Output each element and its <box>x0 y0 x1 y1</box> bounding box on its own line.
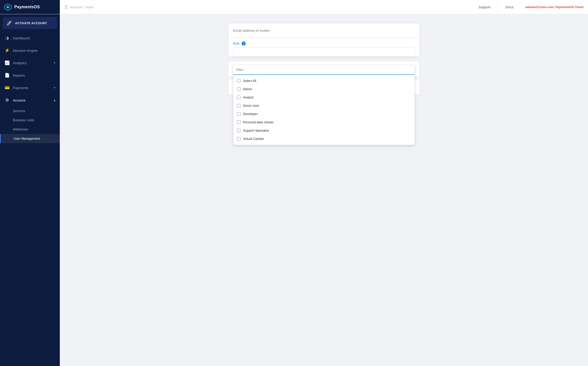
top-nav: PaymentsOS ☰ Account / team Support Docs… <box>0 0 588 14</box>
dropdown-option-virtual-cashier[interactable]: Virtual Cashier <box>233 135 415 143</box>
breadcrumb-separator: / <box>84 5 85 9</box>
checkbox-admin[interactable] <box>237 87 241 91</box>
account-submenu: Services Business Units Webhooks User Ma… <box>0 106 60 143</box>
option-label: Analyst <box>243 96 253 99</box>
role-dropdown: Select All Admin Analyst Demo User <box>233 65 415 145</box>
app-name: PaymentsOS <box>14 5 40 9</box>
chart-icon: 📈 <box>5 60 10 65</box>
role-label: Role ? <box>233 41 415 46</box>
user-account[interactable]: PaymentsOS-Travel <box>555 5 583 9</box>
sidebar-item-label: Account <box>13 98 25 102</box>
checkbox-demo-user[interactable] <box>237 104 241 107</box>
checkbox-virtual-cashier[interactable] <box>237 137 241 141</box>
top-nav-right: Support Docs adeelavi@zooz.com, Payments… <box>471 0 588 14</box>
role-select-box[interactable] <box>233 47 415 57</box>
option-label: Select All <box>243 79 256 83</box>
sidebar-item-label: Decision Engine <box>13 49 38 53</box>
filter-wrapper <box>233 65 415 75</box>
chevron-down-icon: ▾ <box>54 61 55 64</box>
dropdown-option-select-all[interactable]: Select All <box>233 77 415 85</box>
dropdown-option-analyst[interactable]: Analyst <box>233 93 415 101</box>
activate-account-button[interactable]: 🚀 ACTIVATE ACCOUNT <box>3 17 57 29</box>
dropdown-list: Select All Admin Analyst Demo User <box>233 75 415 145</box>
breadcrumb-account[interactable]: Account <box>70 5 82 9</box>
option-label: Support Specialist <box>243 129 269 132</box>
dropdown-option-admin[interactable]: Admin <box>233 85 415 93</box>
sidebar-item-account[interactable]: ⚙ Account ▴ <box>0 94 60 106</box>
role-help-icon[interactable]: ? <box>242 41 246 46</box>
dropdown-option-personal-data-viewer[interactable]: Personal-data Viewer <box>233 118 415 126</box>
sidebar-item-decision-engine[interactable]: ⚡ Decision Engine <box>0 44 60 57</box>
sidebar-item-business-units[interactable]: Business Units <box>13 115 60 125</box>
bolt-icon: ⚡ <box>5 48 10 53</box>
layout: 🚀 ACTIVATE ACCOUNT ◑ Dashboard ⚡ Decisio… <box>0 14 588 366</box>
role-section: Role ? <box>228 38 419 57</box>
invite-card: Role ? Select All Admin <box>228 23 419 57</box>
sidebar-item-reports[interactable]: 📄 Reports <box>0 69 60 82</box>
sidebar-item-label: Reports <box>13 73 25 77</box>
docs-link[interactable]: Docs <box>498 0 521 14</box>
sidebar-item-webhooks[interactable]: Webhooks <box>13 125 60 134</box>
dropdown-option-developer[interactable]: Developer <box>233 110 415 118</box>
checkbox-support-specialist[interactable] <box>237 129 241 132</box>
checkbox-personal-data-viewer[interactable] <box>237 120 241 124</box>
option-label: Personal-data Viewer <box>243 120 274 124</box>
option-label: Admin <box>243 87 252 91</box>
activate-label: ACTIVATE ACCOUNT <box>15 21 47 25</box>
main-content: Role ? Select All Admin <box>60 14 588 366</box>
dashboard-icon: ◑ <box>5 35 10 40</box>
card-icon: 💳 <box>5 85 10 90</box>
checkbox-select-all[interactable] <box>237 79 241 83</box>
sidebar-logo: PaymentsOS <box>0 0 60 14</box>
support-link[interactable]: Support <box>471 0 498 14</box>
filter-input[interactable] <box>236 67 412 73</box>
breadcrumb-team[interactable]: team <box>86 5 94 9</box>
sidebar-item-user-management[interactable]: User Management <box>0 134 60 143</box>
email-input[interactable] <box>228 23 419 38</box>
svg-point-2 <box>7 6 9 8</box>
breadcrumb: ☰ Account / team <box>60 5 471 10</box>
option-label: Demo User <box>243 104 259 107</box>
document-icon: 📄 <box>5 73 10 78</box>
option-label: Developer <box>243 112 258 116</box>
sidebar-item-services[interactable]: Services <box>13 106 60 115</box>
chevron-down-icon: ▾ <box>54 86 55 89</box>
sidebar: 🚀 ACTIVATE ACCOUNT ◑ Dashboard ⚡ Decisio… <box>0 14 60 366</box>
sidebar-item-payments[interactable]: 💳 Payments ▾ <box>0 82 60 94</box>
sidebar-item-label: Payments <box>13 86 28 90</box>
dropdown-option-demo-user[interactable]: Demo User <box>233 101 415 110</box>
rocket-icon: 🚀 <box>7 20 12 26</box>
user-email: adeelavi@zooz.com, <box>525 5 554 9</box>
checkbox-developer[interactable] <box>237 112 241 116</box>
user-info: adeelavi@zooz.com, PaymentsOS-Travel <box>521 5 588 9</box>
chevron-up-icon: ▴ <box>54 99 55 102</box>
sidebar-item-analytics[interactable]: 📈 Analytics ▾ <box>0 57 60 69</box>
sidebar-item-label: Analytics <box>13 61 27 65</box>
sidebar-item-dashboard[interactable]: ◑ Dashboard <box>0 32 60 44</box>
option-label: Virtual Cashier <box>243 137 264 141</box>
menu-icon[interactable]: ☰ <box>64 5 68 10</box>
gear-icon: ⚙ <box>5 98 10 103</box>
dropdown-option-support-specialist[interactable]: Support Specialist <box>233 126 415 135</box>
sidebar-item-label: Dashboard <box>13 36 30 40</box>
email-input-wrapper <box>228 23 419 38</box>
checkbox-analyst[interactable] <box>237 96 241 99</box>
